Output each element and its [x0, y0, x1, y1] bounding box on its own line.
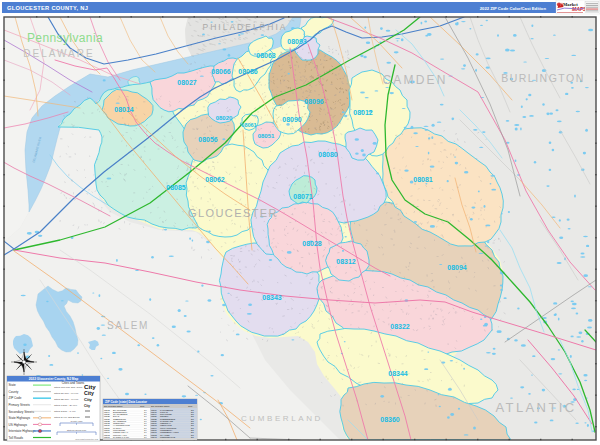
svg-text:ZIP Code (state) Data Locator: ZIP Code (state) Data Locator	[105, 400, 148, 404]
svg-text:Cities 2,499 and Below: Cities 2,499 and Below	[54, 416, 80, 419]
svg-text:08063: 08063	[256, 52, 276, 59]
svg-text:08094: 08094	[447, 264, 467, 271]
svg-text:ZIP Name: ZIP Name	[113, 405, 124, 407]
svg-text:Toll Roads: Toll Roads	[9, 436, 24, 440]
svg-text:US Highways: US Highways	[9, 423, 28, 427]
svg-text:08344: 08344	[388, 370, 408, 377]
svg-text:Cities 2,500 - 7,499: Cities 2,500 - 7,499	[54, 410, 76, 413]
svg-text:CAMDEN: CAMDEN	[382, 73, 447, 87]
svg-text:08062: 08062	[205, 176, 225, 183]
svg-text:ZIP Code: ZIP Code	[9, 396, 22, 400]
svg-text:SALEM: SALEM	[107, 320, 149, 331]
svg-text:County: County	[9, 390, 19, 394]
svg-text:PHILADELPHIA: PHILADELPHIA	[203, 22, 288, 32]
svg-text:08086: 08086	[238, 68, 258, 75]
svg-text:08027: 08027	[177, 79, 197, 86]
svg-text:City: City	[84, 383, 96, 390]
svg-text:State Highways: State Highways	[9, 416, 31, 420]
svg-text:08012: 08012	[353, 109, 373, 116]
svg-text:08061: 08061	[241, 122, 256, 128]
svg-text:08090: 08090	[282, 116, 302, 123]
svg-text:Pennsylvania: Pennsylvania	[27, 31, 103, 45]
svg-text:08028: 08028	[302, 240, 322, 247]
svg-text:08343: 08343	[262, 294, 282, 301]
svg-text:Cities 7,500 - 24,999: Cities 7,500 - 24,999	[54, 404, 78, 407]
svg-text:Cities 100,000 and Above: Cities 100,000 and Above	[54, 386, 83, 389]
svg-text:2022 ZIP Code Color/Cast Editi: 2022 ZIP Code Color/Cast Edition	[480, 6, 547, 11]
svg-text:Cities and Towns: Cities and Towns	[62, 381, 85, 385]
svg-text:ZIP Name: ZIP Name	[160, 405, 171, 407]
svg-text:City: City	[84, 390, 94, 396]
svg-text:State: State	[9, 383, 17, 387]
svg-text:08096: 08096	[304, 98, 324, 105]
svg-text:08071: 08071	[293, 193, 313, 200]
svg-text:Primary Streets: Primary Streets	[9, 403, 31, 407]
svg-text:08085: 08085	[166, 184, 186, 191]
svg-text:08080: 08080	[318, 151, 338, 158]
svg-text:08063: 08063	[104, 436, 111, 438]
svg-text:08056: 08056	[198, 136, 218, 143]
svg-text:08343: 08343	[151, 436, 158, 438]
svg-text:08014: 08014	[114, 106, 134, 113]
svg-text:County Map: County Map	[71, 420, 84, 422]
svg-text:City: City	[84, 404, 90, 408]
svg-text:08360: 08360	[380, 416, 400, 423]
svg-text:Interstate Highways: Interstate Highways	[9, 429, 37, 433]
svg-text:GLOUCESTER: GLOUCESTER	[188, 207, 278, 219]
svg-text:Cities 50,000 - 99,999: Cities 50,000 - 99,999	[54, 392, 79, 395]
svg-text:08322: 08322	[390, 323, 410, 330]
svg-text:08020: 08020	[216, 115, 233, 121]
svg-text:DELAWARE: DELAWARE	[23, 48, 94, 59]
svg-text:ATLANTIC: ATLANTIC	[495, 400, 576, 415]
svg-text:Secondary Streets: Secondary Streets	[9, 410, 35, 414]
svg-text:08093: 08093	[287, 38, 307, 45]
svg-text:State/Regional Map: State/Regional Map	[67, 429, 87, 431]
svg-text:Copyright MarketMAPS: Copyright MarketMAPS	[75, 438, 98, 440]
svg-text:CUMBERLAND: CUMBERLAND	[241, 414, 323, 423]
svg-text:NATIONAL PARK: NATIONAL PARK	[113, 436, 130, 438]
svg-text:08312: 08312	[336, 258, 356, 265]
svg-text:08066: 08066	[211, 68, 231, 75]
svg-text:MONROEVILLE: MONROEVILLE	[160, 436, 176, 438]
svg-text:08081: 08081	[413, 176, 433, 183]
svg-text:City: City	[84, 397, 93, 402]
svg-text:BURLINGTON: BURLINGTON	[501, 72, 585, 84]
svg-text:08051: 08051	[258, 133, 275, 139]
svg-text:GLOUCESTER COUNTY, NJ: GLOUCESTER COUNTY, NJ	[7, 5, 88, 11]
svg-text:Cities 25,000 - 49,999: Cities 25,000 - 49,999	[54, 398, 79, 401]
